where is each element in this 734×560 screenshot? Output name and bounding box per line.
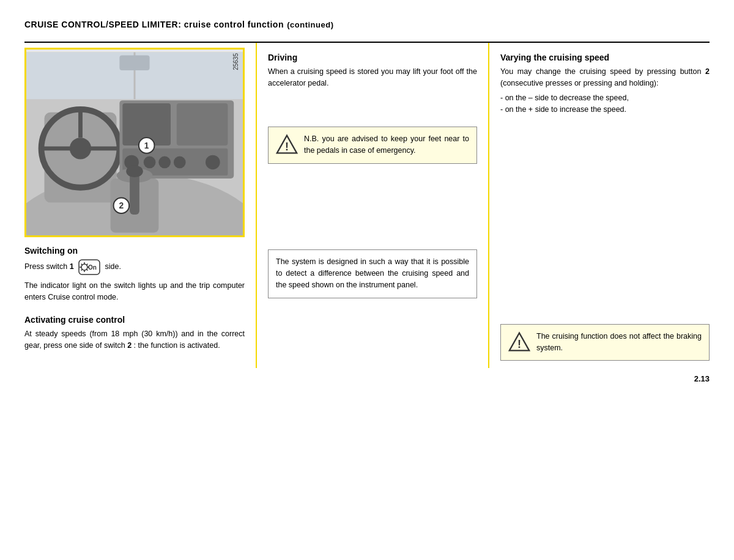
switch-number-1: 1: [70, 262, 74, 271]
varying-text-part2: (consecutive presses or pressing and hol…: [500, 79, 658, 87]
activating-text: At steady speeds (from 18 mph (30 km/h))…: [24, 328, 245, 352]
varying-section: Varying the cruising speed You may chang…: [500, 48, 710, 116]
svg-rect-19: [130, 172, 139, 215]
note2-text: The system is designed in such a way tha…: [276, 256, 469, 292]
bullet-decrease: - on the – side to decrease the speed,: [500, 92, 710, 104]
driving-text: When a cruising speed is stored you may …: [268, 66, 477, 90]
middle-column: Driving When a cruising speed is stored …: [257, 43, 489, 368]
switch-number-2: 2: [127, 341, 132, 350]
right-column: Varying the cruising speed You may chang…: [489, 43, 710, 368]
switching-on-section: Switching on Press switch 1: [24, 246, 245, 304]
activating-heading: Activating cruise control: [24, 315, 245, 325]
page-number: 2.13: [24, 374, 710, 383]
svg-text:1: 1: [144, 141, 149, 150]
warning-triangle-3: !: [508, 331, 530, 353]
page-title: CRUISE CONTROL/SPEED LIMITER: cruise con…: [24, 18, 710, 31]
title-cont: (continued): [287, 20, 333, 29]
svg-rect-27: [119, 55, 149, 70]
svg-text:!: !: [517, 337, 521, 350]
varying-bold-2: 2: [705, 67, 710, 76]
indicator-text: The indicator light on the switch lights…: [24, 280, 245, 304]
svg-line-34: [81, 264, 83, 265]
svg-rect-10: [177, 103, 228, 146]
note3-text: The cruising function does not affect th…: [536, 331, 702, 355]
dashboard-svg: 1 2: [26, 50, 243, 235]
svg-point-4: [70, 138, 91, 159]
driving-heading: Driving: [268, 48, 477, 62]
bullet-increase: - on the + side to increase the speed.: [500, 104, 710, 116]
activating-text-part2: : the function is activated.: [134, 341, 220, 350]
driving-section: Driving When a cruising speed is stored …: [268, 43, 477, 90]
note1-text: N.B. you are advised to keep your feet n…: [304, 133, 469, 157]
side-text: side.: [105, 262, 121, 271]
varying-heading: Varying the cruising speed: [500, 48, 710, 62]
left-column: 25635: [24, 43, 257, 368]
svg-text:On: On: [88, 264, 97, 271]
svg-line-37: [81, 270, 83, 271]
switching-on-text: Press switch 1 On: [24, 259, 245, 275]
activating-section: Activating cruise control At steady spee…: [24, 315, 245, 352]
svg-point-13: [144, 157, 156, 169]
press-switch-text: Press switch: [24, 262, 67, 271]
note-box-2: The system is designed in such a way tha…: [268, 249, 477, 298]
svg-point-16: [206, 155, 220, 170]
varying-text-part1: You may change the cruising speed by pre…: [500, 67, 701, 76]
warning-triangle-1: !: [276, 133, 298, 155]
switch-icon: On: [78, 259, 100, 275]
svg-point-20: [126, 165, 143, 177]
svg-text:2: 2: [119, 201, 124, 210]
svg-text:!: !: [285, 141, 289, 153]
note-box-1: ! N.B. you are advised to keep your feet…: [268, 127, 477, 164]
note-box-3: ! The cruising function does not affect …: [500, 324, 710, 361]
image-number: 25635: [232, 53, 239, 70]
varying-bullet-list: - on the – side to decrease the speed, -…: [500, 92, 710, 116]
svg-point-14: [158, 157, 171, 169]
dashboard-image: 25635: [24, 48, 245, 237]
svg-point-15: [174, 157, 186, 169]
switching-on-heading: Switching on: [24, 246, 245, 256]
title-main: CRUISE CONTROL/SPEED LIMITER: cruise con…: [24, 20, 284, 29]
varying-text: You may change the cruising speed by pre…: [500, 66, 710, 90]
